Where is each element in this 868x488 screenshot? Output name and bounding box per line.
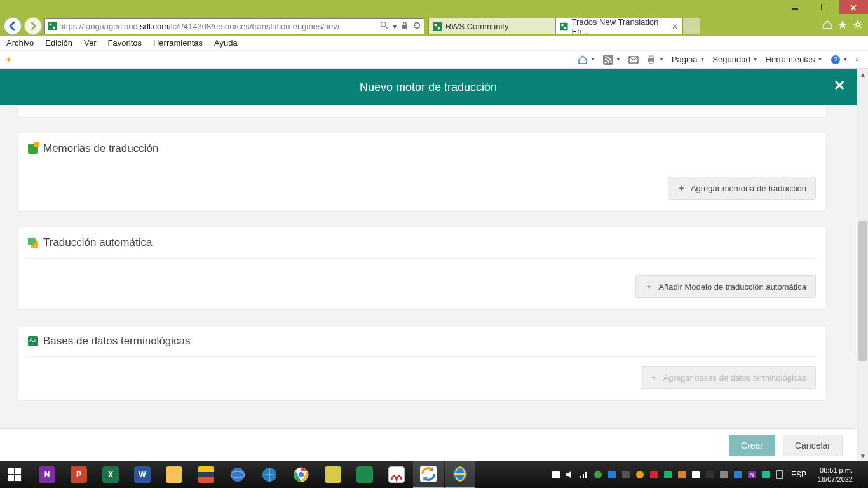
app-footer: Crear Cancelar bbox=[0, 428, 857, 461]
tray-icon[interactable] bbox=[761, 470, 771, 480]
favorites-star-icon[interactable] bbox=[837, 20, 848, 32]
taskbar-chrome-icon[interactable] bbox=[286, 461, 316, 488]
tab-title: Trados New Translation En… bbox=[572, 17, 668, 36]
tools-gear-icon[interactable] bbox=[853, 20, 863, 32]
app-scrollbar[interactable]: ▲ ▼ bbox=[857, 69, 868, 461]
cmd-tools-menu[interactable]: Herramientas▼ bbox=[762, 55, 827, 64]
tray-action-center-icon[interactable] bbox=[775, 470, 785, 480]
add-mt-model-button[interactable]: ＋ Añadir Modelo de traducción automática bbox=[635, 275, 816, 298]
tray-icon[interactable] bbox=[705, 470, 715, 480]
nav-back-button[interactable] bbox=[4, 17, 22, 35]
webapp-viewport: Nuevo motor de traducción ✕ Memorias de … bbox=[0, 69, 868, 461]
tray-onenote-icon[interactable]: N bbox=[747, 470, 757, 480]
start-button[interactable] bbox=[0, 461, 29, 488]
tab-close-icon[interactable]: ✕ bbox=[672, 22, 678, 31]
add-translation-memory-button[interactable]: ＋ Agregar memoria de traducción bbox=[668, 177, 816, 200]
svg-rect-36 bbox=[583, 474, 584, 478]
app-close-button[interactable]: ✕ bbox=[834, 78, 845, 94]
tray-date: 16/07/2022 bbox=[818, 475, 853, 484]
add-termbase-button: ＋ Agregar bases de datos terminológicas bbox=[641, 366, 816, 389]
tray-icon[interactable] bbox=[621, 470, 631, 480]
svg-rect-24 bbox=[8, 475, 14, 481]
window-titlebar bbox=[0, 0, 868, 18]
menu-view[interactable]: Ver bbox=[84, 38, 97, 48]
tray-icon[interactable] bbox=[733, 470, 743, 480]
scroll-thumb[interactable] bbox=[858, 221, 867, 361]
tray-network-icon[interactable] bbox=[579, 470, 589, 480]
taskbar-app-globe2-icon[interactable] bbox=[254, 461, 285, 488]
svg-rect-12 bbox=[564, 27, 566, 29]
tray-icon[interactable] bbox=[635, 470, 645, 480]
lock-icon[interactable] bbox=[401, 22, 409, 31]
browser-tab[interactable]: RWS Community bbox=[428, 18, 555, 34]
taskbar-ie-icon[interactable] bbox=[445, 461, 475, 488]
create-button[interactable]: Crear bbox=[729, 435, 775, 456]
refresh-icon[interactable] bbox=[412, 21, 421, 32]
tray-language[interactable]: ESP bbox=[789, 470, 809, 479]
add-favorite-icon[interactable]: ✦ bbox=[5, 55, 13, 65]
tm-icon bbox=[28, 144, 38, 154]
menu-tools[interactable]: Herramientas bbox=[153, 38, 203, 48]
svg-rect-2 bbox=[48, 22, 57, 30]
tray-icon[interactable] bbox=[551, 470, 561, 480]
cmd-print[interactable]: ▼ bbox=[642, 55, 668, 65]
cmd-mail[interactable] bbox=[625, 55, 642, 65]
new-tab-button[interactable] bbox=[682, 18, 700, 34]
cmd-home[interactable]: ▼ bbox=[574, 55, 599, 65]
taskbar-adobe-reader-icon[interactable] bbox=[381, 461, 412, 488]
nav-forward-button[interactable] bbox=[24, 17, 42, 35]
tray-volume-icon[interactable] bbox=[565, 470, 575, 480]
window-close-button[interactable] bbox=[839, 0, 868, 14]
search-icon[interactable] bbox=[380, 21, 389, 32]
cmd-security-menu[interactable]: Seguridad▼ bbox=[709, 55, 761, 64]
cmd-feeds[interactable]: ▼ bbox=[599, 55, 625, 65]
button-label: Agregar bases de datos terminológicas bbox=[663, 373, 806, 383]
scroll-down-icon[interactable]: ▼ bbox=[857, 450, 868, 461]
home-icon[interactable] bbox=[822, 20, 832, 32]
search-dropdown-icon[interactable]: ▾ bbox=[393, 22, 397, 31]
tray-icon[interactable] bbox=[607, 470, 617, 480]
tray-time: 08:51 p.m. bbox=[818, 466, 853, 475]
cmd-overflow-icon[interactable]: » bbox=[851, 56, 863, 63]
scroll-up-icon[interactable]: ▲ bbox=[857, 69, 868, 80]
tray-icon[interactable] bbox=[691, 470, 701, 480]
section-title-text: Memorias de traducción bbox=[43, 142, 158, 155]
tray-icon[interactable] bbox=[719, 470, 729, 480]
taskbar-app-flag-icon[interactable] bbox=[191, 461, 221, 488]
taskbar-explorer-icon[interactable] bbox=[159, 461, 189, 488]
svg-point-26 bbox=[231, 468, 245, 482]
tray-icon[interactable] bbox=[663, 470, 673, 480]
taskbar-onenote-icon[interactable]: N bbox=[32, 461, 62, 488]
taskbar-notes-icon[interactable] bbox=[318, 461, 348, 488]
taskbar-powerpoint-icon[interactable]: P bbox=[64, 461, 94, 488]
window-minimize-button[interactable] bbox=[780, 0, 810, 14]
taskbar-pinned-apps: N P X W bbox=[29, 461, 475, 488]
address-bar[interactable]: https://languagecloud.sdl.com/lc/t/41430… bbox=[44, 18, 424, 34]
svg-rect-19 bbox=[649, 61, 653, 64]
browser-tab-active[interactable]: Trados New Translation En… ✕ bbox=[555, 18, 682, 34]
cmd-page-menu[interactable]: Página▼ bbox=[668, 55, 709, 64]
show-desktop-button[interactable] bbox=[862, 461, 867, 488]
menu-file[interactable]: Archivo bbox=[6, 38, 34, 48]
menu-edit[interactable]: Edición bbox=[45, 38, 72, 48]
cancel-button[interactable]: Cancelar bbox=[783, 435, 843, 456]
section-title: Bases de datos terminológicas bbox=[28, 335, 816, 348]
section-termbases: Bases de datos terminológicas ＋ Agregar … bbox=[18, 326, 826, 400]
taskbar-word-icon[interactable]: W bbox=[127, 461, 158, 488]
svg-point-5 bbox=[381, 22, 386, 27]
previous-section-bottom bbox=[18, 105, 826, 117]
taskbar-app-globe1-icon[interactable] bbox=[222, 461, 253, 488]
browser-nav-row: https://languagecloud.sdl.com/lc/t/41430… bbox=[0, 18, 868, 36]
taskbar-app-green-icon[interactable] bbox=[349, 461, 380, 488]
menu-help[interactable]: Ayuda bbox=[214, 38, 238, 48]
button-label: Crear bbox=[741, 440, 763, 451]
tray-icon[interactable] bbox=[677, 470, 687, 480]
menu-favorites[interactable]: Favoritos bbox=[108, 38, 142, 48]
taskbar-app-sync-icon[interactable] bbox=[413, 461, 444, 488]
tray-clock[interactable]: 08:51 p.m. 16/07/2022 bbox=[813, 466, 858, 484]
taskbar-excel-icon[interactable]: X bbox=[95, 461, 126, 488]
tray-icon[interactable] bbox=[649, 470, 659, 480]
tray-icon[interactable] bbox=[593, 470, 603, 480]
window-maximize-button[interactable] bbox=[810, 0, 839, 14]
cmd-help-menu[interactable]: ?▼ bbox=[827, 55, 852, 65]
